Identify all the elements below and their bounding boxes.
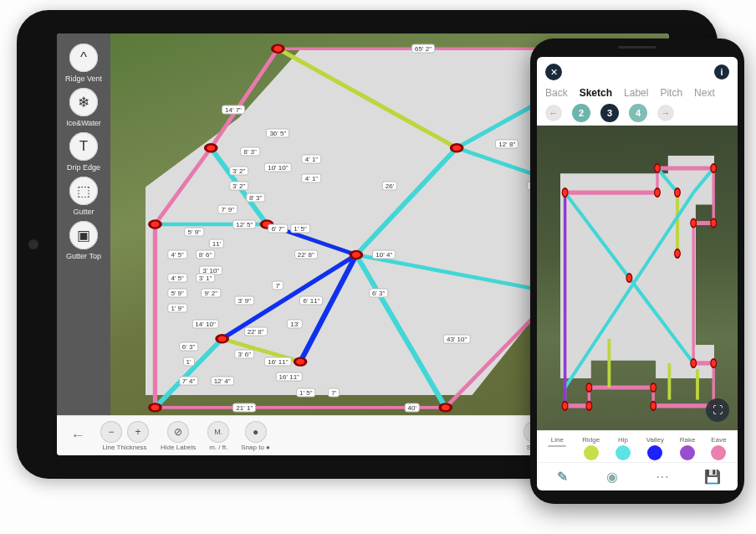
- measurement-label: 8' 3": [240, 147, 260, 157]
- measurement-label: 4' 1": [302, 174, 322, 183]
- svg-point-29: [675, 249, 681, 258]
- svg-point-16: [711, 164, 717, 172]
- phone-screen: ✕ i Back Sketch Label Pitch Next ← 2 3 4…: [537, 57, 738, 490]
- step-2[interactable]: 2: [572, 104, 590, 122]
- step-indicator: ← 2 3 4 →: [545, 104, 729, 122]
- legend-line[interactable]: Line: [548, 436, 566, 460]
- hip-line: [356, 148, 457, 255]
- snap-button[interactable]: ●: [245, 421, 267, 443]
- measurement-label: 36' 5": [266, 128, 289, 137]
- svg-point-28: [675, 188, 681, 197]
- measurement-label: 6' 7": [268, 223, 289, 233]
- tab-sketch[interactable]: Sketch: [580, 87, 612, 99]
- units-button[interactable]: M.: [207, 421, 229, 443]
- hip-swatch: [616, 445, 631, 460]
- nav-tools-icon[interactable]: ✎: [553, 468, 571, 486]
- sidebar-item-gutter[interactable]: ⬚ Gutter: [69, 177, 98, 216]
- legend: Line Ridge Hip Valley Rake Eave: [537, 430, 738, 462]
- legend-valley[interactable]: Valley: [646, 436, 664, 460]
- legend-label: Hip: [618, 436, 628, 444]
- svg-point-8: [451, 144, 462, 151]
- nav-more-icon[interactable]: ⋯: [653, 468, 672, 486]
- hide-labels-button[interactable]: ⊘: [167, 421, 189, 443]
- measurement-label: 1' 9": [167, 304, 187, 313]
- hide-labels-group: ⊘ Hide Labels: [161, 421, 196, 451]
- legend-hip[interactable]: Hip: [616, 436, 631, 460]
- svg-point-18: [691, 218, 697, 227]
- back-button[interactable]: ←: [67, 427, 89, 444]
- svg-point-25: [586, 402, 592, 410]
- drip-edge-icon: T: [69, 132, 98, 161]
- svg-point-15: [655, 164, 661, 172]
- thickness-minus-button[interactable]: −: [100, 421, 122, 443]
- svg-point-0: [273, 45, 284, 53]
- measurement-label: 5' 9": [184, 228, 204, 237]
- close-button[interactable]: ✕: [545, 64, 562, 80]
- measurement-label: 26': [382, 182, 397, 191]
- units-group: M. m. / ft.: [207, 421, 229, 451]
- tab-back[interactable]: Back: [545, 87, 568, 99]
- measurement-label: 10' 4": [372, 250, 396, 259]
- svg-point-27: [626, 274, 632, 282]
- eave-line: [565, 168, 714, 406]
- svg-point-12: [294, 358, 305, 366]
- hip-line: [693, 168, 713, 193]
- measurement-label: 3' 1": [196, 273, 216, 282]
- legend-label: Valley: [646, 436, 664, 444]
- sidebar-item-drip-edge[interactable]: T Drip Edge: [67, 132, 100, 172]
- measurement-label: 5' 9": [167, 289, 187, 298]
- svg-point-26: [562, 402, 568, 410]
- legend-label: Eave: [711, 436, 726, 444]
- measurement-label: 7' 9": [218, 204, 238, 213]
- phone-tabs: Back Sketch Label Pitch Next: [545, 87, 729, 99]
- sidebar-item-ridge-vent[interactable]: ^ Ridge Vent: [65, 44, 102, 83]
- step-prev-button[interactable]: ←: [545, 105, 562, 121]
- legend-label: Line: [551, 436, 564, 444]
- snap-group: ● Snap to ●: [241, 421, 270, 451]
- nav-save-icon[interactable]: 💾: [703, 468, 722, 486]
- toolbar-label: Hide Labels: [161, 444, 196, 451]
- sidebar-item-ice-water[interactable]: ❄ Ice&Water: [66, 88, 101, 127]
- sidebar-item-label: Ice&Water: [66, 119, 101, 127]
- measurement-label: 16' 11": [276, 372, 303, 382]
- hip-line: [356, 254, 557, 293]
- step-4[interactable]: 4: [629, 104, 647, 122]
- legend-eave[interactable]: Eave: [711, 436, 726, 460]
- measurement-label: 11': [209, 239, 224, 248]
- tab-label[interactable]: Label: [624, 87, 648, 99]
- sidebar: ^ Ridge Vent ❄ Ice&Water T Drip Edge ⬚ G…: [57, 33, 110, 415]
- phone-sketch-canvas[interactable]: ⛶: [537, 126, 738, 430]
- measurement-label: 1': [183, 357, 195, 367]
- step-3[interactable]: 3: [600, 104, 619, 122]
- measurement-label: 43' 10": [443, 334, 470, 343]
- phone-roof-overlay-svg: [537, 126, 738, 430]
- svg-point-13: [562, 188, 568, 197]
- toolbar-label: m. / ft.: [209, 444, 227, 451]
- tablet-home-button[interactable]: [28, 239, 38, 249]
- measurement-label: 3' 2": [229, 182, 249, 191]
- measurement-label: 7' 4": [179, 376, 199, 385]
- hip-line: [657, 168, 677, 193]
- thickness-plus-button[interactable]: +: [127, 421, 149, 443]
- step-next-button[interactable]: →: [657, 105, 674, 121]
- sidebar-item-gutter-top[interactable]: ▣ Gutter Top: [66, 221, 101, 260]
- expand-button[interactable]: ⛶: [706, 398, 729, 422]
- sidebar-item-label: Gutter Top: [66, 252, 101, 260]
- hip-line: [356, 254, 446, 407]
- measurement-label: 9' 2": [201, 289, 221, 298]
- nav-visibility-icon[interactable]: ◉: [603, 468, 621, 486]
- svg-point-14: [655, 188, 661, 197]
- svg-point-9: [350, 251, 361, 259]
- svg-point-4: [440, 403, 451, 411]
- svg-point-23: [651, 383, 656, 392]
- tab-next[interactable]: Next: [694, 87, 715, 99]
- measurement-label: 65' 2": [411, 44, 435, 54]
- tab-pitch[interactable]: Pitch: [660, 87, 682, 99]
- svg-point-17: [711, 218, 717, 227]
- info-button[interactable]: i: [714, 64, 729, 80]
- legend-rake[interactable]: Rake: [680, 436, 696, 460]
- measurement-label: 16' 11": [264, 357, 291, 367]
- measurement-label: 7': [272, 280, 284, 290]
- measurement-label: 3' 9": [235, 296, 255, 306]
- legend-ridge[interactable]: Ridge: [582, 436, 600, 460]
